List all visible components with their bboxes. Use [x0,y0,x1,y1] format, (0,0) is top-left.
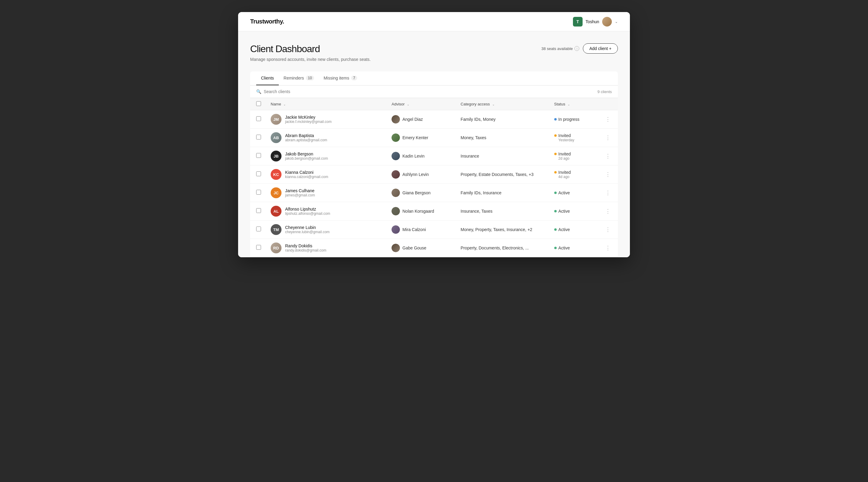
client-avatar: KC [271,169,281,180]
status-info: Active [558,246,570,250]
client-avatar: JB [271,151,281,161]
status-label: Invited [558,133,575,138]
advisor-name: Gabe Gouse [402,246,426,250]
client-name: Cheyenne Lubin [285,225,330,230]
tab-reminders[interactable]: Reminders 10 [279,71,319,85]
row-checkbox[interactable] [256,208,261,213]
status-dot [554,118,557,121]
row-actions-button[interactable]: ⋮ [603,170,613,178]
tab-missing-items-badge: 7 [351,75,358,81]
advisor-name: Angel Diaz [402,117,423,122]
info-icon[interactable]: i [575,46,579,51]
row-checkbox[interactable] [256,171,261,176]
client-avatar: AB [271,132,281,143]
tab-reminders-label: Reminders [284,75,304,81]
status-cell: Invited 2d ago [554,152,593,161]
status-info: Active [558,227,570,232]
category-text: Property, Estate Documents, Taxes, +3 [461,172,533,177]
header-right: T Toshun ⌄ [573,17,618,27]
client-email: jackie.f.mckinley@gmail.com [285,120,332,124]
advisor-cell: Mira Calzoni [392,225,451,234]
header: Trustworthy. T Toshun ⌄ [238,12,630,31]
app-container: Trustworthy. T Toshun ⌄ Client Dashboard… [238,12,630,257]
seats-info: 38 seats available i [541,46,579,51]
user-menu-chevron-icon[interactable]: ⌄ [615,20,618,24]
client-info: Randy Dokidis randy.dokidis@gmail.com [285,244,327,252]
status-label: Invited [558,170,571,175]
client-avatar: TM [271,224,281,235]
row-actions-button[interactable]: ⋮ [603,207,613,215]
status-label: Active [558,190,570,195]
advisor-name: Emery Kenter [402,135,428,140]
row-checkbox[interactable] [256,245,261,250]
name-sort-icon[interactable]: ⌄ [283,103,286,106]
client-info: Kianna Calzoni kianna.calzoni@gmail.com [285,170,328,179]
client-email: kianna.calzoni@gmail.com [285,175,328,179]
client-email: james@gmail.com [285,193,315,197]
row-actions-button[interactable]: ⋮ [603,244,613,252]
tab-missing-items-label: Missing items [324,75,349,81]
add-client-button[interactable]: Add client + [583,43,618,54]
status-label: Active [558,209,570,214]
advisor-avatar [392,115,400,124]
row-checkbox[interactable] [256,116,261,121]
status-cell: Invited Yesterday [554,133,593,142]
tab-clients[interactable]: Clients [256,71,279,85]
category-sort-icon[interactable]: ⌄ [492,103,495,106]
status-dot [554,134,557,137]
status-info: Active [558,190,570,195]
advisor-avatar [392,225,400,234]
tab-clients-label: Clients [261,75,274,81]
category-text: Insurance, Taxes [461,209,493,214]
client-cell: TM Cheyenne Lubin cheyenne.lubin@gmail.c… [271,224,382,235]
client-info: Alfonso Lipshutz lipshutz.alfonso@gmail.… [285,207,330,216]
search-input[interactable] [264,89,324,94]
advisor-name: Nolan Korsgaard [402,209,434,214]
client-name: Randy Dokidis [285,244,327,248]
row-checkbox[interactable] [256,135,261,139]
client-cell: AB Abram Baptista abram.aptista@gmail.co… [271,132,382,143]
status-time: 4d ago [558,175,571,179]
row-checkbox[interactable] [256,153,261,158]
row-actions-button[interactable]: ⋮ [603,152,613,160]
category-text: Money, Property, Taxes, Insurance, +2 [461,227,532,232]
select-all-checkbox[interactable] [256,101,261,106]
client-info: Cheyenne Lubin cheyenne.lubin@gmail.com [285,225,330,234]
advisor-cell: Kadin Levin [392,152,451,160]
category-text: Property, Documents, Electronics, ... [461,246,529,250]
advisor-name: Giana Bergson [402,190,430,195]
row-actions-button[interactable]: ⋮ [603,189,613,197]
tab-missing-items[interactable]: Missing items 7 [319,71,362,85]
advisor-avatar [392,207,400,215]
status-cell: Active [554,227,593,232]
tabs: Clients Reminders 10 Missing items 7 [250,71,618,85]
status-dot [554,153,557,155]
status-time: Yesterday [558,138,575,142]
header-actions: 38 seats available i Add client + [541,43,618,54]
clients-table: Name ⌄ Advisor ⌄ Category access ⌄ Sta [250,98,618,257]
client-info: Jackie McKinley jackie.f.mckinley@gmail.… [285,115,332,124]
client-cell: RD Randy Dokidis randy.dokidis@gmail.com [271,243,382,253]
advisor-sort-icon[interactable]: ⌄ [407,103,409,106]
col-status-label: Status [554,102,565,106]
status-label: Active [558,227,570,232]
row-actions-button[interactable]: ⋮ [603,116,613,123]
client-name: Abram Baptista [285,133,327,138]
row-checkbox[interactable] [256,190,261,195]
advisor-cell: Nolan Korsgaard [392,207,451,215]
status-dot [554,171,557,173]
page-title: Client Dashboard [250,43,371,55]
advisor-avatar [392,152,400,160]
status-cell: Active [554,246,593,250]
status-sort-icon[interactable]: ⌄ [567,103,570,106]
row-actions-button[interactable]: ⋮ [603,134,613,141]
status-info: Active [558,209,570,214]
row-actions-button[interactable]: ⋮ [603,226,613,233]
table-row: AB Abram Baptista abram.aptista@gmail.co… [250,129,618,147]
category-text: Insurance [461,154,479,158]
client-info: Abram Baptista abram.aptista@gmail.com [285,133,327,142]
col-name-label: Name [271,102,281,106]
client-email: randy.dokidis@gmail.com [285,248,327,252]
row-checkbox[interactable] [256,227,261,231]
search-left: 🔍 [256,89,324,94]
